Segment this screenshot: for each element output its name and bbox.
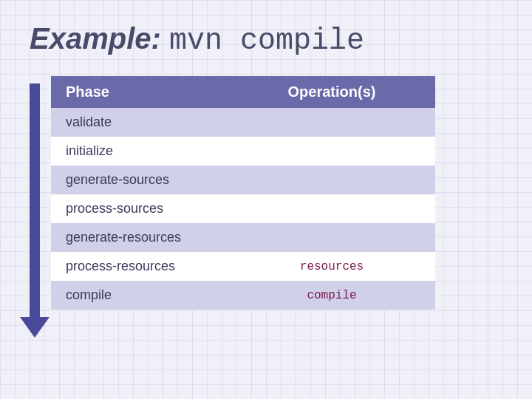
operation-cell bbox=[228, 194, 435, 223]
phase-column-header: Phase bbox=[51, 76, 228, 108]
phase-cell: process-resources bbox=[51, 252, 228, 281]
operation-cell: compile bbox=[228, 281, 435, 310]
table-row: generate-sources bbox=[51, 166, 435, 194]
phases-table: Phase Operation(s) validateinitializegen… bbox=[51, 76, 435, 310]
phase-cell: process-sources bbox=[51, 194, 228, 223]
operation-cell: resources bbox=[228, 252, 435, 281]
phase-cell: initialize bbox=[51, 137, 228, 166]
table-row: process-resourcesresources bbox=[51, 252, 435, 281]
table-header-row: Phase Operation(s) bbox=[51, 76, 435, 108]
operation-cell bbox=[228, 166, 435, 194]
table-row: process-sources bbox=[51, 194, 435, 223]
page-title: Example: mvn compile bbox=[30, 22, 502, 58]
content-area: Phase Operation(s) validateinitializegen… bbox=[30, 76, 502, 320]
table-row: compilecompile bbox=[51, 281, 435, 310]
page: Example: mvn compile Phase Operation(s) … bbox=[0, 0, 532, 399]
table-row: validate bbox=[51, 108, 435, 137]
phase-cell: compile bbox=[51, 281, 228, 310]
operation-cell bbox=[228, 223, 435, 252]
table-row: generate-resources bbox=[51, 223, 435, 252]
title-command-text: mvn compile bbox=[169, 24, 364, 58]
table-container: Phase Operation(s) validateinitializegen… bbox=[51, 76, 502, 310]
title-example-text: Example: bbox=[30, 22, 161, 55]
phase-cell: generate-resources bbox=[51, 223, 228, 252]
arrow-shaft bbox=[30, 83, 40, 320]
operation-column-header: Operation(s) bbox=[228, 76, 435, 108]
table-row: initialize bbox=[51, 137, 435, 166]
phase-cell: generate-sources bbox=[51, 166, 228, 194]
phase-cell: validate bbox=[51, 108, 228, 137]
operation-cell bbox=[228, 137, 435, 166]
left-arrow bbox=[30, 83, 40, 320]
operation-cell bbox=[228, 108, 435, 137]
